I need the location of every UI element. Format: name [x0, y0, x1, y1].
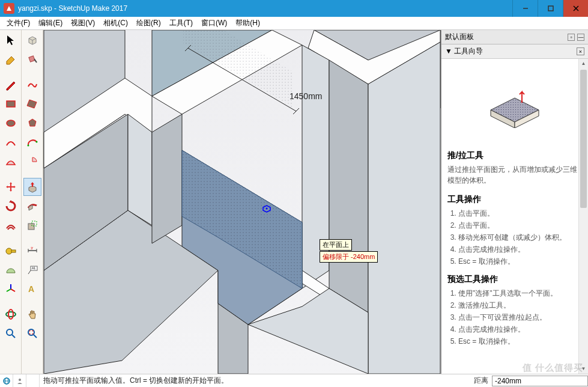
collapse-icon[interactable]: —	[577, 34, 584, 41]
svg-line-14	[12, 335, 15, 338]
menu-edit[interactable]: 编辑(E)	[34, 18, 67, 28]
move-tool[interactable]	[2, 178, 20, 196]
divider	[26, 374, 40, 388]
maximize-button[interactable]	[538, 0, 563, 17]
component-tool[interactable]	[23, 31, 41, 49]
zoom-extents-tool[interactable]	[23, 325, 41, 343]
statusbar: 拖动可推拉平面或输入值。Ctrl = 切换创建新的开始平面。 距离	[0, 374, 588, 387]
circle-tool[interactable]	[2, 114, 20, 132]
freehand-tool[interactable]	[23, 76, 41, 94]
arc2-tool[interactable]	[2, 153, 20, 171]
rotated-rect-tool[interactable]	[23, 95, 41, 113]
svg-marker-44	[368, 42, 440, 374]
credit-icon[interactable]	[13, 374, 26, 388]
svg-rect-20	[28, 224, 34, 230]
pencil-tool[interactable]	[2, 76, 20, 94]
dimension-tool[interactable]: 3'	[23, 242, 41, 260]
svg-marker-43	[329, 60, 368, 312]
panel-header[interactable]: 默认面板 ▫ —	[441, 30, 588, 44]
dimension-label: 1450mm	[289, 91, 322, 101]
svg-text:A1: A1	[32, 266, 35, 270]
arc-tool[interactable]	[2, 133, 20, 151]
axes-tool[interactable]	[2, 280, 20, 298]
followme-tool[interactable]	[23, 197, 41, 215]
panel-scrollbar[interactable]: ▲ ▼	[578, 59, 588, 374]
model-geometry	[43, 30, 441, 374]
pushpull-tool[interactable]	[23, 178, 41, 196]
tool-name: 推/拉工具	[447, 149, 582, 162]
svg-point-12	[8, 309, 13, 319]
pin-icon[interactable]: ▫	[568, 34, 575, 41]
tape-tool[interactable]	[2, 242, 20, 260]
offset-tool[interactable]	[2, 216, 20, 234]
toolbar-left-1	[0, 30, 22, 374]
zoom-tool[interactable]	[2, 325, 20, 343]
svg-point-5	[7, 120, 15, 126]
menu-help[interactable]: 帮助(H)	[231, 18, 264, 28]
minimize-button[interactable]	[512, 0, 538, 17]
rotate-tool[interactable]	[2, 197, 20, 215]
measurement-label: 距离	[470, 376, 492, 386]
svg-rect-1	[548, 6, 553, 11]
menu-tools[interactable]: 工具(T)	[165, 18, 197, 28]
svg-point-18	[27, 145, 29, 147]
svg-line-31	[34, 335, 37, 338]
pie-tool[interactable]	[23, 153, 41, 171]
app-icon	[4, 3, 14, 14]
svg-marker-38	[128, 114, 152, 225]
menu-draw[interactable]: 绘图(R)	[132, 18, 165, 28]
menu-view[interactable]: 视图(V)	[67, 18, 99, 28]
pan-tool[interactable]	[23, 305, 41, 323]
svg-text:3': 3'	[31, 246, 33, 250]
toolbar-left-2: 3' A1 A	[22, 30, 43, 374]
measurement-input[interactable]	[492, 376, 588, 386]
scroll-down-icon[interactable]: ▼	[579, 364, 588, 374]
menu-file[interactable]: 文件(F)	[2, 18, 34, 28]
select-tool[interactable]	[2, 31, 20, 49]
ops-heading: 工具操作	[447, 193, 582, 206]
svg-point-13	[7, 329, 13, 335]
panel-title: 默认面板	[445, 32, 474, 42]
close-button[interactable]	[563, 0, 588, 17]
menu-camera[interactable]: 相机(C)	[99, 18, 132, 28]
svg-rect-4	[7, 101, 15, 107]
window-title: yangzi.skp - SketchUp Make 2017	[18, 4, 512, 13]
offset-tooltip: 偏移限于 -240mm	[320, 251, 378, 263]
close-subpanel-icon[interactable]: ×	[577, 47, 584, 55]
arc3-tool[interactable]	[23, 133, 41, 151]
scroll-thumb[interactable]	[580, 70, 587, 208]
scroll-up-icon[interactable]: ▲	[579, 59, 588, 69]
svg-line-9	[11, 289, 15, 291]
ops-list: 点击平面。 点击平面。 移动光标可创建（或减少）体积。 点击完成推/拉操作。 E…	[447, 208, 582, 267]
svg-point-19	[35, 141, 37, 143]
menu-window[interactable]: 窗口(W)	[197, 18, 231, 28]
svg-marker-40	[152, 114, 182, 243]
status-hint: 拖动可推拉平面或输入值。Ctrl = 切换创建新的开始平面。	[40, 376, 470, 386]
protractor-tool[interactable]	[2, 261, 20, 279]
rectangle-tool[interactable]	[2, 95, 20, 113]
geo-icon[interactable]	[0, 374, 13, 388]
inference-tooltip: 在平面上	[320, 239, 352, 251]
tool-description: 通过推拉平面图元，从而增加或减少三维模型的体积。	[447, 164, 582, 186]
3dtext-tool[interactable]: A	[23, 280, 41, 298]
svg-point-65	[19, 379, 21, 381]
panel-body: 推/拉工具 通过推拉平面图元，从而增加或减少三维模型的体积。 工具操作 点击平面…	[441, 59, 588, 374]
svg-point-11	[6, 312, 16, 317]
svg-rect-7	[11, 250, 16, 252]
instructor-panel: 默认面板 ▫ — ▼ 工具向导 × 推/拉工具 通过推拉	[441, 30, 588, 374]
svg-point-56	[266, 208, 268, 210]
titlebar: yangzi.skp - SketchUp Make 2017	[0, 0, 588, 17]
viewport[interactable]: 1450mm 在平面上 偏移限于 -240mm	[43, 30, 441, 374]
eraser-tool[interactable]	[2, 50, 20, 69]
tool-illustration	[447, 80, 582, 128]
svg-line-55	[293, 108, 299, 114]
panel-subheader[interactable]: ▼ 工具向导 ×	[441, 44, 588, 59]
text-tool[interactable]: A1	[23, 261, 41, 279]
polygon-tool[interactable]	[23, 114, 41, 132]
orbit-tool[interactable]	[2, 305, 20, 323]
paint-tool[interactable]	[23, 50, 41, 69]
svg-point-30	[28, 329, 34, 335]
svg-line-28	[28, 270, 31, 274]
scale-tool[interactable]	[23, 216, 41, 234]
svg-text:A: A	[28, 284, 34, 294]
